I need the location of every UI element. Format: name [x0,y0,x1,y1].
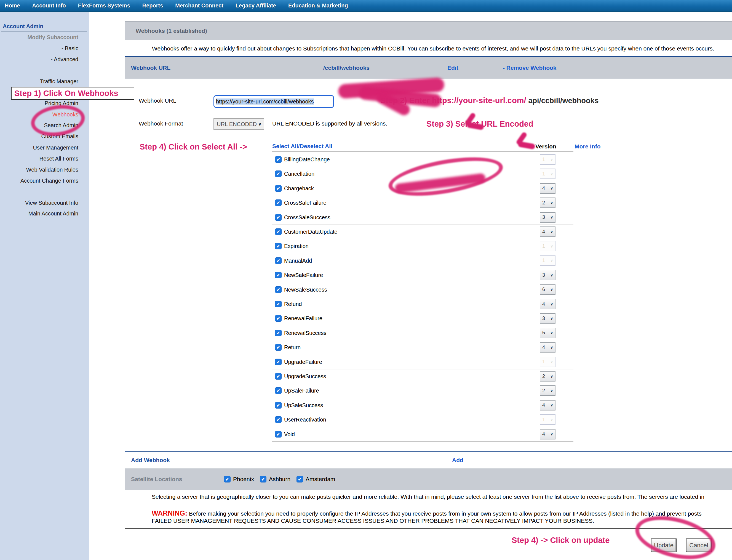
checkbox-refund[interactable]: ✔ [275,301,282,307]
version-select-customerdataupdate[interactable]: 4∨ [540,226,555,237]
nav-item-education-marketing[interactable]: Education & Marketing [288,2,348,9]
chevron-down-icon: ∨ [550,230,553,234]
event-row-newsalefailure: ✔NewSaleFailure3∨ [125,268,732,282]
checkbox-void[interactable]: ✔ [275,431,282,438]
divider [272,441,573,442]
checkbox-billingdatechange[interactable]: ✔ [275,156,282,163]
checkmark-icon: ✔ [276,230,280,234]
version-select-refund[interactable]: 4∨ [540,299,555,309]
sidebar-item-user-management[interactable]: User Management [0,144,78,151]
event-label: UpgradeSuccess [284,369,326,383]
chevron-down-icon: ∨ [550,201,553,205]
checkbox-userreactivation[interactable]: ✔ [275,416,282,423]
warning-text: Before making your selection you need to… [189,510,702,517]
version-select-crosssalefailure[interactable]: 2∨ [540,198,555,208]
checkbox-return[interactable]: ✔ [275,344,282,351]
nav-item-account-info[interactable]: Account Info [32,2,66,9]
checkbox-expiration[interactable]: ✔ [275,243,282,249]
add-link[interactable]: Add [452,452,463,468]
event-label: BillingDateChange [284,152,330,167]
version-select-chargeback[interactable]: 4∨ [540,183,555,194]
panel-title: Webhooks (1 established) [136,22,207,40]
sidebar-heading: Account Admin [3,23,43,30]
version-select-upgradesuccess[interactable]: 2∨ [540,371,555,382]
nav-item-merchant-connect[interactable]: Merchant Connect [175,2,223,9]
checkbox-manualadd[interactable]: ✔ [275,257,282,264]
version-select-renewalsuccess[interactable]: 5∨ [540,328,555,338]
checkbox-upsalefailure[interactable]: ✔ [275,387,282,394]
checkbox-upgradesuccess[interactable]: ✔ [275,373,282,380]
checkbox-chargeback[interactable]: ✔ [275,185,282,192]
version-select-renewalfailure[interactable]: 3∨ [540,313,555,324]
checkbox-crosssalefailure[interactable]: ✔ [275,199,282,206]
sidebar-item-account-change-forms[interactable]: Account Change Forms [0,177,78,185]
version-select-void[interactable]: 4∨ [540,429,555,439]
checkbox-ashburn[interactable]: ✔ [260,476,267,482]
nav-item-home[interactable]: Home [5,2,20,9]
more-info-link[interactable]: More Info [574,143,601,150]
chevron-down-icon: ∨ [550,258,553,263]
chevron-down-icon: ∨ [550,374,553,378]
nav-item-reports[interactable]: Reports [142,2,163,9]
sidebar-item-basic[interactable]: - Basic [0,44,78,52]
webhook-url-row: Webhook URL /ccbill/webhooks Edit - Remo… [125,57,732,79]
checkbox-customerdataupdate[interactable]: ✔ [275,228,282,235]
checkbox-amsterdam[interactable]: ✔ [297,476,303,482]
version-value: 4 [542,345,545,350]
version-select-billingdatechange: 1∨ [540,154,555,165]
add-webhook-label: Add Webhook [131,452,170,468]
sidebar-item-traffic-manager[interactable]: Traffic Manager [0,78,78,85]
event-row-manualadd: ✔ManualAdd1∨ [125,254,732,268]
edit-link[interactable]: Edit [447,57,458,79]
version-value: 1 [542,417,545,423]
webhook-url-input[interactable]: https://your-site-url.com/ccbill/webhook… [214,95,334,108]
checkmark-icon: ✔ [261,477,265,482]
sidebar-item-view-subaccount-info[interactable]: View Subaccount Info [0,199,78,207]
nav-item-flexforms-systems[interactable]: FlexForms Systems [78,2,130,9]
webhook-url-value: /ccbill/webhooks [323,57,369,79]
sidebar-item-reset-all-forms[interactable]: Reset All Forms [0,155,78,162]
checkbox-upsalesuccess[interactable]: ✔ [275,402,282,409]
version-value: 1 [542,171,545,177]
sidebar-item-main-account-admin[interactable]: Main Account Admin [0,210,78,217]
checkbox-cancellation[interactable]: ✔ [275,170,282,177]
version-select-upsalefailure[interactable]: 2∨ [540,385,555,396]
checkbox-renewalfailure[interactable]: ✔ [275,315,282,322]
version-value: 1 [542,243,545,249]
select-all-link[interactable]: Select All/Deselect All [272,143,333,150]
chevron-down-icon: ∨ [550,418,553,422]
checkbox-newsalesuccess[interactable]: ✔ [275,286,282,293]
checkbox-upgradefailure[interactable]: ✔ [275,359,282,365]
sidebar-item-advanced[interactable]: - Advanced [0,55,78,63]
chevron-down-icon: ∨ [550,432,553,436]
version-select-upsalesuccess[interactable]: 4∨ [540,400,555,410]
warning-line1: WARNING: Before making your selection yo… [152,509,702,517]
chevron-down-icon: ∨ [550,244,553,248]
checkbox-phoenix[interactable]: ✔ [224,476,231,482]
version-select-newsalesuccess[interactable]: 6∨ [540,284,555,295]
chevron-down-icon: ∨ [550,316,553,321]
version-value: 1 [542,157,545,162]
checkbox-newsalefailure[interactable]: ✔ [275,272,282,278]
event-label: CrossSaleFailure [284,196,326,210]
event-row-upgradefailure: ✔UpgradeFailure1∨ [125,355,732,369]
satellite-locations-label: Satellite Locations [131,468,182,490]
version-value: 3 [542,316,545,321]
version-select-return[interactable]: 4∨ [540,342,555,353]
sidebar-item-web-validation-rules[interactable]: Web Validation Rules [0,166,78,174]
event-row-crosssalefailure: ✔CrossSaleFailure2∨ [125,196,732,210]
checkmark-icon: ✔ [276,360,280,364]
checkbox-renewalsuccess[interactable]: ✔ [275,330,282,336]
webhook-format-select[interactable]: URL ENCODED ∨ [214,118,264,130]
version-select-manualadd: 1∨ [540,255,555,266]
event-label: Refund [284,297,302,311]
version-select-newsalefailure[interactable]: 3∨ [540,270,555,280]
remove-webhook-link[interactable]: - Remove Webhook [503,57,556,79]
event-row-upgradesuccess: ✔UpgradeSuccess2∨ [125,369,732,383]
annotation-arrow-left-icon [513,133,541,153]
nav-item-legacy-affiliate[interactable]: Legacy Affiliate [236,2,276,9]
warning-label: WARNING: [152,509,187,517]
version-select-crosssalesuccess[interactable]: 3∨ [540,212,555,223]
checkbox-crosssalesuccess[interactable]: ✔ [275,214,282,221]
sidebar-item-modify-subaccount[interactable]: Modify Subaccount [0,33,78,41]
